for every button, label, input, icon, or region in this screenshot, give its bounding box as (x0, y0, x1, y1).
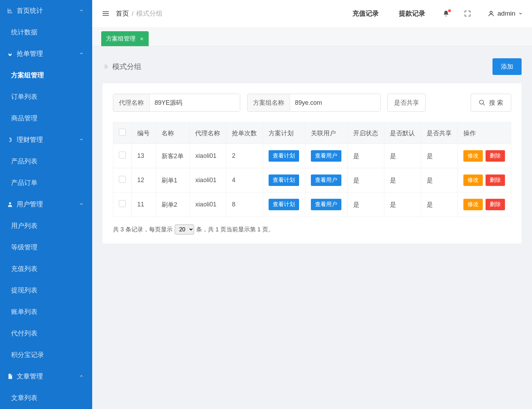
chevron-up-icon (79, 8, 84, 14)
bitcoin-icon (6, 137, 14, 143)
nav-child-3-1[interactable]: 等级管理 (0, 237, 92, 258)
breadcrumb-home[interactable]: 首页 (116, 9, 129, 18)
view-user-button[interactable]: 查看用户 (311, 199, 341, 210)
user-menu[interactable]: admin (481, 10, 526, 17)
edit-button[interactable]: 修改 (463, 199, 483, 210)
nav-parent-0[interactable]: 首页统计 (0, 0, 92, 22)
menu-toggle-icon[interactable] (102, 10, 110, 17)
nav-parent-4[interactable]: 文章管理 (0, 366, 92, 387)
nav-child-3-6[interactable]: 积分宝记录 (0, 344, 92, 366)
search-button-label: 搜 索 (489, 99, 503, 107)
cell-id: 13 (132, 144, 156, 168)
pagination-prefix: 共 3 条记录，每页显示 (113, 225, 173, 233)
nav-child-1-0[interactable]: 方案组管理 (0, 65, 92, 86)
nav-child-1-1[interactable]: 订单列表 (0, 86, 92, 108)
pagination-suffix: 条，共 1 页当前显示第 1 页。 (196, 225, 274, 233)
fullscreen-icon[interactable] (460, 10, 475, 17)
edit-button[interactable]: 修改 (463, 174, 483, 186)
view-user-button[interactable]: 查看用户 (311, 150, 341, 162)
checkbox-all[interactable] (119, 129, 126, 136)
search-button[interactable]: 搜 索 (471, 94, 511, 112)
col-header-8: 是否共享 (421, 122, 457, 144)
bell-icon[interactable] (438, 10, 454, 17)
cell-count: 4 (226, 168, 263, 193)
file-text-icon (6, 373, 14, 380)
cell-share: 是 (421, 193, 457, 217)
nav-parent-2[interactable]: 理财管理 (0, 129, 92, 151)
col-header-3: 抢单次数 (226, 122, 263, 144)
chevron-up-icon (79, 374, 84, 380)
nav-child-3-4[interactable]: 账单列表 (0, 301, 92, 323)
view-user-button[interactable]: 查看用户 (311, 174, 341, 186)
row-checkbox[interactable] (119, 176, 126, 183)
delete-button[interactable]: 删除 (486, 150, 505, 162)
nav-child-3-0[interactable]: 用户列表 (0, 215, 92, 237)
row-checkbox[interactable] (119, 200, 126, 207)
agent-field-input[interactable] (150, 94, 240, 111)
agent-field: 代理名称 (113, 94, 240, 112)
col-header-9: 操作 (457, 122, 511, 144)
share-select[interactable]: 是否共享 (387, 94, 426, 112)
col-header-2: 代理名称 (190, 122, 226, 144)
card: 代理名称 方案组名称 是否共享 搜 索 编号名称代理名称抢单次数方案计划关联用户 (103, 83, 522, 244)
tab-plan-group[interactable]: 方案组管理 (101, 31, 149, 46)
nav-child-0-0[interactable]: 统计数据 (0, 22, 92, 43)
nav-child-3-2[interactable]: 充值列表 (0, 258, 92, 280)
cell-name: 新客2单 (156, 144, 190, 168)
row-checkbox[interactable] (119, 152, 126, 159)
group-field-input[interactable] (290, 94, 380, 111)
nav-parent-label: 文章管理 (17, 372, 79, 381)
svg-point-1 (490, 11, 492, 14)
breadcrumb-sep: / (132, 10, 133, 17)
close-icon[interactable] (140, 37, 144, 41)
table-row: 13 新客2单 xiaoli01 2 查看计划 查看用户 是 是 是 修改 删除 (113, 144, 511, 168)
col-header-5: 关联用户 (305, 122, 348, 144)
nav-parent-3[interactable]: 用户管理 (0, 194, 92, 215)
col-header-7: 是否默认 (384, 122, 421, 144)
withdraw-link[interactable]: 提款记录 (392, 9, 432, 18)
cell-count: 8 (226, 193, 263, 217)
nav-child-4-0[interactable]: 文章列表 (0, 387, 92, 409)
breadcrumb-current: 模式分组 (136, 9, 163, 18)
col-header-1: 名称 (156, 122, 190, 144)
view-plan-button[interactable]: 查看计划 (269, 199, 299, 210)
agent-field-label: 代理名称 (113, 94, 150, 111)
content: 模式分组 添加 代理名称 方案组名称 是否共享 搜 索 (92, 46, 532, 409)
add-button[interactable]: 添加 (492, 58, 522, 75)
nav-child-1-2[interactable]: 商品管理 (0, 108, 92, 129)
nav-child-2-0[interactable]: 产品列表 (0, 151, 92, 172)
chevron-down-icon (518, 11, 523, 16)
page-size-select[interactable]: 20 (175, 224, 194, 235)
data-table: 编号名称代理名称抢单次数方案计划关联用户开启状态是否默认是否共享操作 13 新客… (113, 122, 511, 217)
nav-parent-label: 理财管理 (17, 135, 79, 144)
nav-parent-label: 首页统计 (17, 6, 79, 15)
cell-default: 是 (384, 144, 421, 168)
filter-bar: 代理名称 方案组名称 是否共享 搜 索 (113, 94, 511, 112)
notification-dot (448, 9, 451, 12)
group-field-label: 方案组名称 (247, 94, 290, 111)
table-body: 13 新客2单 xiaoli01 2 查看计划 查看用户 是 是 是 修改 删除… (113, 144, 511, 217)
nav-child-3-5[interactable]: 代付列表 (0, 323, 92, 344)
recharge-link[interactable]: 充值记录 (346, 9, 386, 18)
nav-parent-1[interactable]: 抢单管理 (0, 43, 92, 65)
view-plan-button[interactable]: 查看计划 (269, 174, 299, 186)
cell-open: 是 (348, 168, 384, 193)
group-field: 方案组名称 (247, 94, 381, 112)
main: 首页 / 模式分组 充值记录 提款记录 admin 方案组管理 (92, 0, 532, 409)
delete-button[interactable]: 删除 (486, 174, 505, 186)
nav-child-3-3[interactable]: 提现列表 (0, 280, 92, 301)
cell-id: 11 (132, 193, 156, 217)
user-icon (6, 201, 14, 207)
user-name: admin (497, 10, 515, 17)
edit-button[interactable]: 修改 (463, 150, 483, 162)
view-plan-button[interactable]: 查看计划 (269, 150, 299, 162)
breadcrumb: 首页 / 模式分组 (116, 9, 163, 18)
cell-name: 刷单2 (156, 193, 190, 217)
delete-button[interactable]: 删除 (486, 199, 505, 210)
cell-share: 是 (421, 168, 457, 193)
table-head: 编号名称代理名称抢单次数方案计划关联用户开启状态是否默认是否共享操作 (113, 122, 511, 144)
chevron-up-icon (79, 137, 84, 143)
page-title: 模式分组 (112, 62, 141, 71)
cell-default: 是 (384, 193, 421, 217)
nav-child-2-1[interactable]: 产品订单 (0, 172, 92, 194)
